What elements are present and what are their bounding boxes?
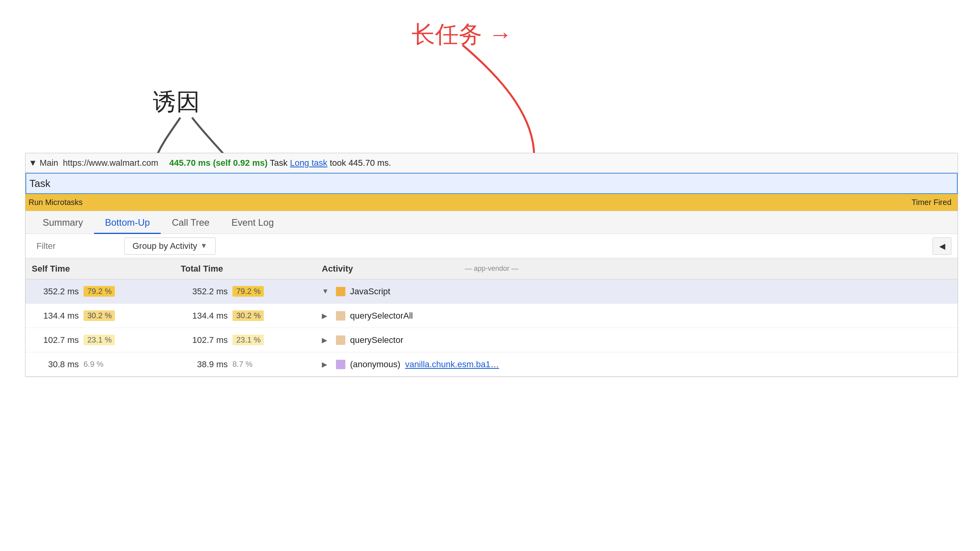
cell-activity: ▶ querySelectorAll [322,311,951,321]
total-time-pct: 30.2 % [232,310,264,321]
activity-color-square [336,360,345,369]
tab-summary[interactable]: Summary [32,212,94,234]
group-by-label: Group by Activity [132,241,197,251]
cell-activity: ▶ (anonymous) vanilla.chunk.esm.ba1… [322,359,951,370]
col-header-total-time: Total Time [181,264,322,274]
activity-color-square [336,311,345,321]
activity-color-square [336,287,345,296]
cell-activity: ▶ querySelector [322,335,951,345]
self-time-pct: 6.9 % [83,360,103,369]
tab-call-tree[interactable]: Call Tree [161,212,220,234]
subtask-right-label: Timer Fired [909,197,955,208]
col-header-self-time: Self Time [32,264,181,274]
table-row[interactable]: 134.4 ms 30.2 % 134.4 ms 30.2 % ▶ queryS… [25,304,958,328]
self-time-value: 134.4 ms [32,311,79,321]
activity-name: JavaScript [350,286,390,297]
tab-event-log[interactable]: Event Log [220,212,285,234]
subtask-row: Run Microtasks Timer Fired [25,194,958,211]
activity-name: querySelectorAll [350,311,413,321]
expand-icon[interactable]: ▶ [322,336,331,344]
activity-link[interactable]: vanilla.chunk.esm.ba1… [405,359,499,370]
total-time-pct: 79.2 % [232,286,264,297]
self-time-value: 352.2 ms [32,286,79,297]
sidebar-toggle-icon: ◀ [939,241,945,251]
total-time-value: 102.7 ms [181,335,228,345]
cell-total-time: 38.9 ms 8.7 % [181,359,322,370]
annotation-long-task: 长任务 → [412,19,512,51]
subtask-left-label: Run Microtasks [29,198,83,207]
cell-self-time: 102.7 ms 23.1 % [32,335,181,345]
table-row[interactable]: 352.2 ms 79.2 % 352.2 ms 79.2 % ▼ JavaSc… [25,279,958,304]
expand-icon[interactable]: ▶ [322,312,331,320]
filter-input[interactable] [32,239,118,254]
self-time-pct: 30.2 % [83,310,115,321]
self-time-pct: 23.1 % [83,335,115,345]
self-time-pct: 79.2 % [83,286,115,297]
cell-self-time: 352.2 ms 79.2 % [32,286,181,297]
task-bar-label: Task [29,178,50,190]
self-time-value: 30.8 ms [32,359,79,370]
activity-name: querySelector [350,335,403,345]
table-row[interactable]: 102.7 ms 23.1 % 102.7 ms 23.1 % ▶ queryS… [25,328,958,352]
annotation-trigger: 诱因 [153,86,200,118]
group-by-button[interactable]: Group by Activity ▼ [124,237,216,255]
total-time-pct: 23.1 % [232,335,264,345]
timeline-url: https://www.walmart.com [63,158,158,168]
timing-green: 445.70 ms (self 0.92 ms) [169,158,268,168]
expand-icon[interactable]: ▶ [322,360,331,369]
col-header-activity: Activity [322,264,951,274]
activity-color-square [336,335,345,345]
self-time-value: 102.7 ms [32,335,79,345]
devtools-panel: ▼ Main https://www.walmart.com 445.70 ms… [25,153,958,377]
task-bar-row[interactable]: Task [25,173,958,194]
timeline-timing: 445.70 ms (self 0.92 ms) Task Long task … [169,158,391,168]
total-time-value: 38.9 ms [181,359,228,370]
timing-suffix: took 445.70 ms. [330,158,391,168]
cell-total-time: 102.7 ms 23.1 % [181,335,322,345]
long-task-link[interactable]: Long task [290,158,327,168]
table-header: Self Time Total Time — app-vendor — Acti… [25,258,958,279]
cell-self-time: 30.8 ms 6.9 % [32,359,181,370]
activity-name: (anonymous) [350,359,400,370]
tab-bottom-up[interactable]: Bottom-Up [94,212,161,234]
cell-total-time: 134.4 ms 30.2 % [181,310,322,321]
cell-self-time: 134.4 ms 30.2 % [32,310,181,321]
total-time-pct: 8.7 % [232,360,252,369]
tabs-row: Summary Bottom-Up Call Tree Event Log [25,211,958,234]
total-time-value: 352.2 ms [181,286,228,297]
cell-total-time: 352.2 ms 79.2 % [181,286,322,297]
table-body: 352.2 ms 79.2 % 352.2 ms 79.2 % ▼ JavaSc… [25,279,958,377]
expand-icon[interactable]: ▼ [322,287,331,295]
filter-row: Group by Activity ▼ ◀ [25,234,958,258]
col-header-waterfall: — app-vendor — [465,265,518,273]
chevron-down-icon: ▼ [200,242,207,250]
cell-activity: ▼ JavaScript [322,286,951,297]
timing-task-label: Task [270,158,290,168]
sidebar-toggle-button[interactable]: ◀ [933,237,951,255]
timeline-row: ▼ Main https://www.walmart.com 445.70 ms… [25,153,958,173]
timeline-section-label: ▼ Main [29,158,58,168]
table-row[interactable]: 30.8 ms 6.9 % 38.9 ms 8.7 % ▶ (anonymous… [25,352,958,377]
total-time-value: 134.4 ms [181,311,228,321]
